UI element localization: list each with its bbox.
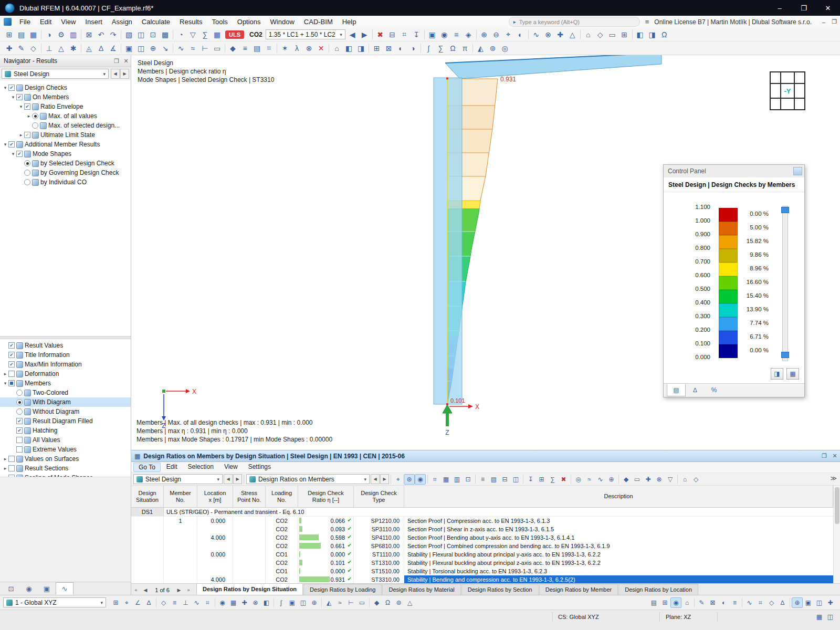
toolbar-icon[interactable]: ≡ <box>477 474 488 485</box>
table-tab[interactable]: Design Ratios by Loading <box>303 584 382 595</box>
tree-item[interactable]: ▸✔Ultimate Limit State <box>0 130 131 140</box>
maximize-button[interactable]: ❐ <box>792 0 816 16</box>
toolbar-icon[interactable]: ✖ <box>558 474 569 485</box>
toolbar-icon[interactable]: ↘ <box>159 43 171 54</box>
radio-button[interactable] <box>16 390 23 396</box>
table-row[interactable]: CO20.093✔SP3110.00Section Proof | Shear … <box>131 525 833 533</box>
menu-item-calculate[interactable]: Calculate <box>137 16 175 28</box>
toolbar-icon[interactable]: ✚ <box>825 597 836 608</box>
toolbar-icon[interactable]: ⊡ <box>463 474 474 485</box>
toolbar-icon[interactable]: ◭ <box>323 597 334 608</box>
toolbar-icon[interactable]: ⊢ <box>345 597 356 608</box>
toolbar-icon[interactable]: ▣ <box>123 43 135 54</box>
menu-item-window[interactable]: Window <box>266 16 299 28</box>
control-panel-tab-filter[interactable]: % <box>705 384 723 396</box>
toolbar-icon[interactable]: ▥ <box>452 474 463 485</box>
checkbox[interactable] <box>16 446 23 453</box>
toolbar-icon[interactable]: ◭ <box>475 43 487 54</box>
radio-button[interactable] <box>24 179 30 185</box>
toolbar-icon[interactable]: ⊗ <box>542 29 554 40</box>
toolbar-icon[interactable]: ◎ <box>573 474 584 485</box>
toolbar-icon[interactable]: ⊕ <box>478 29 490 40</box>
toolbar-icon[interactable]: ◧ <box>261 597 272 608</box>
previous-table-button[interactable]: ◀ <box>224 474 233 484</box>
toolbar-icon[interactable]: ◑ <box>407 43 419 54</box>
toolbar-icon[interactable]: ▥ <box>67 29 79 40</box>
chevron-down-icon[interactable]: ▾ <box>10 151 16 156</box>
panel-restore-icon[interactable]: ❐ <box>828 18 840 25</box>
toolbar-icon[interactable]: ∆ <box>95 43 107 54</box>
scale-slider-handle-top[interactable] <box>781 207 789 213</box>
toolbar-icon[interactable]: ▭ <box>356 597 368 608</box>
table-row[interactable]: CO20.101✔ST1310.00Stability | Flexural b… <box>131 559 833 567</box>
toolbar-icon[interactable]: ✎ <box>15 43 27 54</box>
toolbar-icon[interactable]: ▤ <box>488 474 499 485</box>
toolbar-icon[interactable]: ∿ <box>595 474 606 485</box>
tree-item[interactable]: Max. of selected design... <box>0 121 131 130</box>
tree-item[interactable]: by Selected Design Check <box>0 159 131 168</box>
toolbar-icon[interactable]: ▣ <box>803 597 814 608</box>
checkbox[interactable]: ✔ <box>8 361 15 368</box>
keyword-search-input[interactable]: ▸ Type a keyword (Alt+Q) <box>509 17 640 27</box>
tree-item[interactable]: Without Diagram <box>0 407 131 416</box>
pager-previous-button[interactable]: ◀ <box>141 585 150 595</box>
toolbar-icon[interactable]: ↶ <box>95 29 107 40</box>
toolbar-icon[interactable]: ⊗ <box>250 597 261 608</box>
table-scrollbar[interactable] <box>833 486 840 583</box>
toolbar-icon[interactable]: ∑ <box>547 474 558 485</box>
tree-item[interactable]: Two-Colored <box>0 388 131 397</box>
table-type-select[interactable]: Design Ratios on Members ▾ <box>246 474 370 484</box>
toolbar-icon[interactable]: ∿ <box>191 597 202 608</box>
toolbar-icon[interactable]: ∠ <box>132 597 143 608</box>
toolbar-icon[interactable]: ◀ <box>346 29 359 40</box>
toolbar-icon[interactable]: Ω <box>447 43 459 54</box>
toolbar-icon[interactable]: Ω <box>382 597 393 608</box>
checkbox[interactable] <box>8 465 15 471</box>
toolbar-icon[interactable]: ◫ <box>298 597 309 608</box>
toolbar-icon[interactable]: ◔ <box>175 29 187 40</box>
roof-member[interactable] <box>445 55 662 79</box>
toolbar-icon[interactable]: Ω <box>658 29 670 40</box>
toolbar-icon[interactable]: ⊞ <box>618 29 631 40</box>
toolbar-icon[interactable]: ✕ <box>315 43 327 54</box>
menu-item-help[interactable]: Help <box>338 16 361 28</box>
table-tab[interactable]: Design Ratios by Location <box>618 584 698 595</box>
toolbar-overflow-icon[interactable]: ≫ <box>830 475 837 482</box>
toolbar-icon[interactable]: ◆ <box>371 597 382 608</box>
previous-result-button[interactable]: ◀ <box>111 69 120 79</box>
toolbar-icon[interactable]: ◇ <box>766 597 777 608</box>
chevron-right-icon[interactable]: ▸ <box>2 456 8 461</box>
toolbar-icon[interactable]: ⌖ <box>121 597 132 608</box>
toolbar-icon[interactable]: ⌗ <box>755 597 766 608</box>
toolbar-icon[interactable]: ▩ <box>159 29 171 40</box>
toolbar-icon[interactable]: ◆ <box>227 43 239 54</box>
control-panel-tab-display-factors[interactable]: ∆ <box>686 384 705 396</box>
toolbar-icon[interactable]: ◇ <box>27 43 39 54</box>
chevron-right-icon[interactable]: ▸ <box>26 113 32 119</box>
table-tab[interactable]: Design Ratios by Member <box>539 584 618 595</box>
toolbar-icon[interactable]: ⊗ <box>654 474 665 485</box>
toolbar-icon[interactable]: ◉ <box>438 29 450 40</box>
toolbar-icon[interactable]: ∑ <box>199 29 211 40</box>
close-icon[interactable]: ✕ <box>121 58 131 65</box>
toolbar-icon[interactable]: ≈ <box>584 474 595 485</box>
toolbar-icon[interactable]: π <box>459 43 471 54</box>
toolbar-icon[interactable]: ⌂ <box>331 43 343 54</box>
tree-item[interactable]: ✔Result Diagram Filled <box>0 416 131 426</box>
chevron-right-icon[interactable]: ▸ <box>18 132 24 138</box>
tree-item[interactable]: ▾✔Design Checks <box>0 83 131 92</box>
toolbar-icon[interactable]: ↧ <box>525 474 536 485</box>
menu-item-results[interactable]: Results <box>175 16 207 28</box>
toolbar-icon[interactable]: ⊗ <box>303 43 315 54</box>
toolbar-icon[interactable]: ∿ <box>175 43 187 54</box>
toolbar-icon[interactable]: ✚ <box>643 474 654 485</box>
toolbar-icon[interactable]: ⊞ <box>110 597 121 608</box>
toolbar-icon[interactable]: ⌗ <box>398 29 411 40</box>
chevron-down-icon[interactable]: ▾ <box>18 104 24 109</box>
toolbar-icon[interactable]: ✶ <box>279 43 291 54</box>
chevron-down-icon[interactable]: ▾ <box>10 94 16 100</box>
toolbar-icon[interactable]: ⊟ <box>499 474 510 485</box>
tree-item[interactable]: ▸Deformation <box>0 369 131 379</box>
toolbar-icon[interactable]: ◬ <box>83 43 95 54</box>
pager-next-button[interactable]: ▶ <box>174 585 184 595</box>
